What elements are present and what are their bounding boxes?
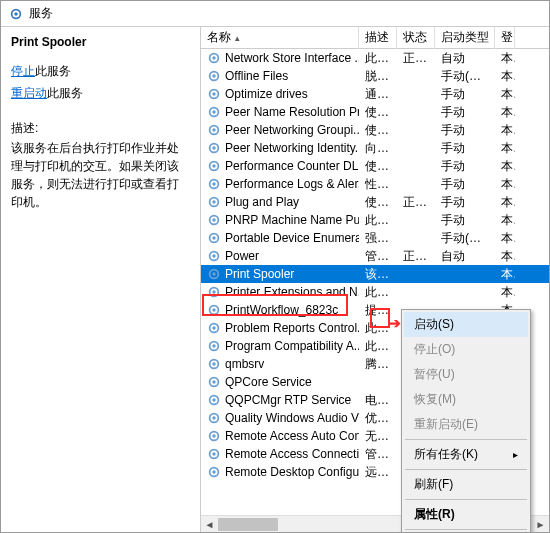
svg-point-31: [212, 308, 216, 312]
services-icon: [9, 7, 23, 21]
table-row[interactable]: Print Spooler该服...本: [201, 265, 549, 283]
menu-resume[interactable]: 恢复(M): [404, 387, 528, 412]
col-status[interactable]: 状态: [397, 27, 435, 49]
service-name: QQPCMgr RTP Service: [225, 393, 351, 407]
menu-refresh[interactable]: 刷新(F): [404, 472, 528, 497]
service-icon: [207, 303, 221, 317]
stop-link[interactable]: 停止: [11, 64, 35, 78]
service-name: Peer Name Resolution Pr...: [225, 105, 359, 119]
service-startup: 手动: [435, 158, 495, 175]
table-row[interactable]: Portable Device Enumera...强制...手动(触发...本: [201, 229, 549, 247]
table-row[interactable]: Performance Logs & Aler...性能...手动本: [201, 175, 549, 193]
service-desc: 此服...: [359, 50, 397, 67]
service-logon: 本: [495, 176, 515, 193]
svg-point-45: [212, 434, 216, 438]
svg-point-49: [212, 470, 216, 474]
service-startup: 手动: [435, 104, 495, 121]
service-icon: [207, 393, 221, 407]
menu-separator: [405, 439, 527, 440]
service-startup: 手动: [435, 212, 495, 229]
table-row[interactable]: Peer Networking Identity...向对...手动本: [201, 139, 549, 157]
service-logon: 本: [495, 230, 515, 247]
menu-all-tasks[interactable]: 所有任务(K)▸: [404, 442, 528, 467]
col-description[interactable]: 描述: [359, 27, 397, 49]
table-row[interactable]: Peer Networking Groupi...使用...手动本: [201, 121, 549, 139]
table-row[interactable]: Offline Files脱机...手动(触发...本: [201, 67, 549, 85]
service-name: Remote Access Connecti...: [225, 447, 359, 461]
service-logon: 本: [495, 68, 515, 85]
service-icon: [207, 411, 221, 425]
table-row[interactable]: Power管理...正在...自动本: [201, 247, 549, 265]
service-desc: 向对...: [359, 140, 397, 157]
service-desc: 使用...: [359, 104, 397, 121]
menu-restart[interactable]: 重新启动(E): [404, 412, 528, 437]
menu-start[interactable]: 启动(S): [404, 312, 528, 337]
svg-point-7: [212, 92, 216, 96]
service-name: Peer Networking Identity...: [225, 141, 359, 155]
svg-point-23: [212, 236, 216, 240]
table-row[interactable]: PNRP Machine Name Pu...此服...手动本: [201, 211, 549, 229]
service-icon: [207, 105, 221, 119]
svg-point-1: [14, 12, 18, 16]
col-logon[interactable]: 登: [495, 27, 515, 49]
service-desc: 性能...: [359, 176, 397, 193]
service-desc: 提供...: [359, 302, 397, 319]
service-name: PNRP Machine Name Pu...: [225, 213, 359, 227]
menu-separator: [405, 469, 527, 470]
service-desc: 腾讯...: [359, 356, 397, 373]
service-icon: [207, 267, 221, 281]
service-name: Problem Reports Control...: [225, 321, 359, 335]
service-icon: [207, 195, 221, 209]
svg-point-47: [212, 452, 216, 456]
service-icon: [207, 159, 221, 173]
window-title: 服务: [29, 5, 53, 22]
service-name: Remote Desktop Configu...: [225, 465, 359, 479]
scroll-thumb[interactable]: [218, 518, 278, 531]
service-name: qmbsrv: [225, 357, 264, 371]
menu-properties[interactable]: 属性(R): [404, 502, 528, 527]
svg-point-15: [212, 164, 216, 168]
svg-point-39: [212, 380, 216, 384]
service-startup: 手动(触发...: [435, 68, 495, 85]
service-logon: 本: [495, 122, 515, 139]
service-desc: 脱机...: [359, 68, 397, 85]
menu-stop[interactable]: 停止(O): [404, 337, 528, 362]
service-name: Plug and Play: [225, 195, 299, 209]
service-startup: 手动(触发...: [435, 230, 495, 247]
table-row[interactable]: Performance Counter DL...使远...手动本: [201, 157, 549, 175]
service-icon: [207, 249, 221, 263]
table-row[interactable]: Printer Extensions and N...此服...本: [201, 283, 549, 301]
service-desc: 强制...: [359, 230, 397, 247]
service-desc: 使远...: [359, 158, 397, 175]
table-row[interactable]: Network Store Interface ...此服...正在...自动本: [201, 49, 549, 67]
svg-point-17: [212, 182, 216, 186]
svg-point-41: [212, 398, 216, 402]
svg-point-33: [212, 326, 216, 330]
service-desc: 使计...: [359, 194, 397, 211]
service-startup: 手动: [435, 176, 495, 193]
service-name: Print Spooler: [225, 267, 294, 281]
service-actions: 停止此服务 重启动此服务: [11, 61, 190, 104]
column-headers: 名称▴ 描述 状态 启动类型 登: [201, 27, 549, 49]
menu-pause[interactable]: 暂停(U): [404, 362, 528, 387]
service-name: Performance Counter DL...: [225, 159, 359, 173]
scroll-left-button[interactable]: ◄: [201, 516, 218, 533]
restart-link[interactable]: 重启动: [11, 86, 47, 100]
table-row[interactable]: Plug and Play使计...正在...手动本: [201, 193, 549, 211]
restart-line: 重启动此服务: [11, 83, 190, 105]
service-status: 正在...: [397, 248, 435, 265]
service-name: Portable Device Enumera...: [225, 231, 359, 245]
scroll-right-button[interactable]: ►: [532, 516, 549, 533]
service-icon: [207, 69, 221, 83]
svg-point-5: [212, 74, 216, 78]
service-icon: [207, 285, 221, 299]
table-row[interactable]: Peer Name Resolution Pr...使用...手动本: [201, 103, 549, 121]
service-icon: [207, 213, 221, 227]
service-startup: 手动: [435, 194, 495, 211]
table-row[interactable]: Optimize drives通过...手动本: [201, 85, 549, 103]
service-logon: 本: [495, 194, 515, 211]
col-name[interactable]: 名称▴: [201, 27, 359, 49]
col-startup[interactable]: 启动类型: [435, 27, 495, 49]
service-desc: 此服...: [359, 338, 397, 355]
service-icon: [207, 447, 221, 461]
